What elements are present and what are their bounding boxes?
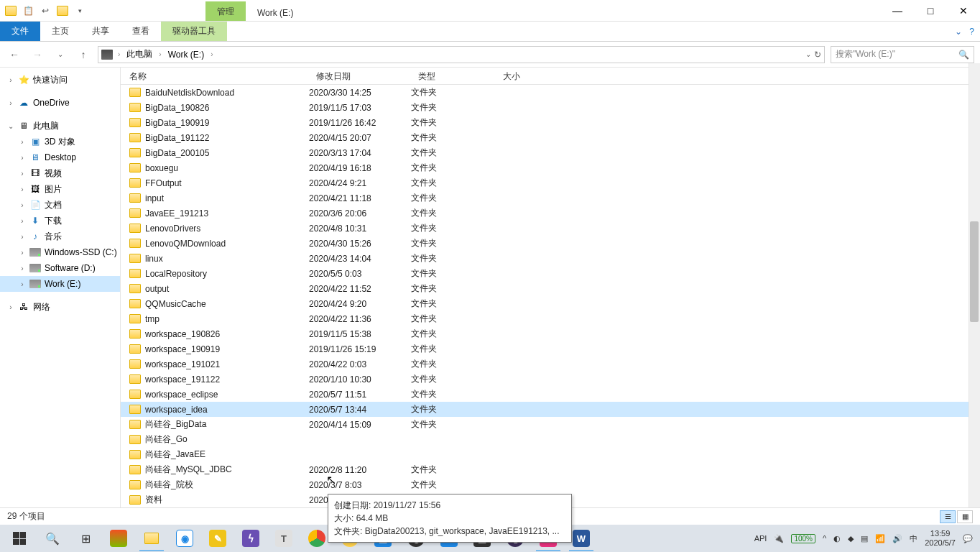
- taskbar-app[interactable]: [102, 525, 135, 552]
- tree-thispc[interactable]: 🖥此电脑: [0, 118, 120, 134]
- chevron-right-icon[interactable]: ›: [116, 50, 122, 58]
- tree-quick-access[interactable]: ⭐快速访问: [0, 72, 120, 88]
- tree-desktop[interactable]: 🖥Desktop: [0, 150, 120, 165]
- col-type[interactable]: 类型: [411, 68, 496, 84]
- table-row[interactable]: workspace_1911222020/1/10 10:30文件夹: [121, 372, 980, 387]
- table-row[interactable]: BigData_2001052020/3/13 17:04文件夹: [121, 145, 980, 160]
- tray-icon[interactable]: ▤: [861, 534, 868, 543]
- table-row[interactable]: BaiduNetdiskDownload2020/3/30 14:25文件夹: [121, 85, 980, 100]
- table-row[interactable]: workspace_1910212020/4/22 0:03文件夹: [121, 356, 980, 372]
- task-view-icon[interactable]: ⊞: [69, 525, 102, 552]
- table-row[interactable]: boxuegu2020/4/19 16:18文件夹: [121, 160, 980, 175]
- nav-tree[interactable]: ⭐快速访问 ☁OneDrive 🖥此电脑 ▣3D 对象 🖥Desktop 🎞视频…: [0, 68, 121, 507]
- table-row[interactable]: JavaEE_1912132020/3/6 20:06文件夹: [121, 206, 980, 221]
- tree-documents[interactable]: 📄文档: [0, 197, 120, 213]
- taskbar-app[interactable]: ϟ: [234, 525, 267, 552]
- recent-dropdown-icon[interactable]: ⌄: [52, 46, 69, 63]
- tray-clock[interactable]: 13:59 2020/5/7: [925, 529, 956, 548]
- qat-dropdown-icon[interactable]: ▾: [72, 3, 88, 19]
- tray-icon[interactable]: ◆: [848, 534, 854, 543]
- table-row[interactable]: BigData_1911222020/4/15 20:07文件夹: [121, 130, 980, 145]
- table-row[interactable]: LenovoDrivers2020/4/8 10:31文件夹: [121, 221, 980, 236]
- refresh-icon[interactable]: ↻: [814, 50, 821, 60]
- col-date[interactable]: 修改日期: [309, 68, 411, 84]
- tray-battery[interactable]: 100%: [791, 534, 815, 543]
- table-row[interactable]: output2020/4/22 11:52文件夹: [121, 281, 980, 296]
- table-row[interactable]: BigData_1908262019/11/5 17:03文件夹: [121, 100, 980, 115]
- tree-drive-c[interactable]: Windows-SSD (C:): [0, 244, 120, 260]
- table-row[interactable]: workspace_idea2020/5/7 13:44文件夹: [121, 402, 980, 417]
- table-row[interactable]: linux2020/4/23 14:04文件夹: [121, 251, 980, 266]
- tray-notifications-icon[interactable]: 💬: [963, 534, 973, 543]
- file-date: 2020/4/22 11:52: [309, 284, 411, 294]
- table-row[interactable]: tmp2020/4/22 11:36文件夹: [121, 311, 980, 326]
- tray-power-icon[interactable]: 🔌: [774, 534, 784, 543]
- tree-drive-e[interactable]: Work (E:): [0, 276, 120, 292]
- tab-home[interactable]: 主页: [40, 22, 80, 41]
- table-row[interactable]: workspace_eclipse2020/5/7 11:51文件夹: [121, 387, 980, 402]
- scrollbar[interactable]: [969, 63, 980, 507]
- search-icon[interactable]: 🔍: [36, 525, 69, 552]
- taskbar-app[interactable]: T: [267, 525, 300, 552]
- details-view-button[interactable]: ☰: [940, 510, 956, 523]
- up-button[interactable]: ↑: [75, 46, 92, 63]
- table-row[interactable]: 尚硅谷_院校2020/3/7 8:03文件夹: [121, 477, 980, 492]
- chevron-right-icon[interactable]: ›: [208, 50, 215, 58]
- table-row[interactable]: LenovoQMDownload2020/4/30 15:26文件夹: [121, 236, 980, 251]
- chevron-right-icon[interactable]: ›: [157, 50, 163, 58]
- ribbon-expand-icon[interactable]: ⌄: [955, 27, 962, 37]
- taskbar-explorer[interactable]: [135, 525, 168, 552]
- undo-icon[interactable]: ↩: [37, 3, 53, 19]
- tab-file[interactable]: 文件: [0, 22, 40, 41]
- tree-pictures[interactable]: 🖼图片: [0, 181, 120, 197]
- tab-share[interactable]: 共享: [80, 22, 121, 41]
- maximize-button[interactable]: □: [914, 0, 947, 21]
- properties-icon[interactable]: [3, 3, 19, 19]
- file-rows[interactable]: BaiduNetdiskDownload2020/3/30 14:25文件夹Bi…: [121, 85, 980, 507]
- tree-downloads[interactable]: ⬇下载: [0, 213, 120, 229]
- taskbar-app[interactable]: ◉: [168, 525, 201, 552]
- help-icon[interactable]: ?: [969, 27, 974, 37]
- address-bar[interactable]: › 此电脑 › Work (E:) › ⌄ ↻: [98, 46, 825, 63]
- minimize-button[interactable]: —: [881, 0, 914, 21]
- address-dropdown-icon[interactable]: ⌄: [805, 50, 811, 58]
- tree-3dobjects[interactable]: ▣3D 对象: [0, 134, 120, 150]
- tray-api-label[interactable]: API: [754, 534, 767, 543]
- table-row[interactable]: 尚硅谷_Go: [121, 432, 980, 447]
- tree-videos[interactable]: 🎞视频: [0, 165, 120, 181]
- table-row[interactable]: workspace_1909192019/11/26 15:19文件夹: [121, 341, 980, 356]
- table-row[interactable]: 尚硅谷_JavaEE: [121, 447, 980, 462]
- crumb-thispc[interactable]: 此电脑: [125, 48, 154, 60]
- tab-view[interactable]: 查看: [121, 22, 161, 41]
- table-row[interactable]: input2020/4/21 11:18文件夹: [121, 190, 980, 206]
- taskbar-app[interactable]: ✎: [201, 525, 234, 552]
- crumb-location[interactable]: Work (E:): [167, 50, 205, 60]
- tree-network[interactable]: 🖧网络: [0, 299, 120, 315]
- tray-wifi-icon[interactable]: 📶: [875, 534, 885, 543]
- table-row[interactable]: QQMusicCache2020/4/24 9:20文件夹: [121, 296, 980, 311]
- tree-music[interactable]: ♪音乐: [0, 229, 120, 244]
- table-row[interactable]: LocalRepository2020/5/5 0:03文件夹: [121, 266, 980, 281]
- tray-icon[interactable]: ◐: [833, 534, 841, 543]
- search-input[interactable]: 搜索"Work (E:)" 🔍: [831, 46, 974, 63]
- tree-onedrive[interactable]: ☁OneDrive: [0, 95, 120, 111]
- table-row[interactable]: workspace_1908262019/11/5 15:38文件夹: [121, 326, 980, 341]
- close-button[interactable]: ✕: [947, 0, 980, 21]
- paste-icon[interactable]: 📋: [20, 3, 36, 19]
- start-button[interactable]: [3, 525, 36, 552]
- forward-button[interactable]: →: [29, 46, 46, 63]
- table-row[interactable]: FFOutput2020/4/24 9:21文件夹: [121, 175, 980, 190]
- icons-view-button[interactable]: ▦: [957, 510, 973, 523]
- tray-ime[interactable]: 中: [910, 533, 917, 544]
- table-row[interactable]: BigData_1909192019/11/26 16:42文件夹: [121, 115, 980, 130]
- tray-icon[interactable]: ^: [823, 534, 826, 543]
- table-row[interactable]: 尚硅谷_BigData2020/4/14 15:09文件夹: [121, 417, 980, 432]
- col-size[interactable]: 大小: [496, 68, 553, 84]
- table-row[interactable]: 尚硅谷_MySQL_JDBC2020/2/8 11:20文件夹: [121, 462, 980, 477]
- tree-drive-d[interactable]: Software (D:): [0, 260, 120, 276]
- tray-volume-icon[interactable]: 🔊: [892, 534, 902, 543]
- back-button[interactable]: ←: [6, 46, 23, 63]
- col-name[interactable]: 名称: [121, 68, 309, 84]
- tab-drive-tools[interactable]: 驱动器工具: [161, 22, 227, 41]
- scrollbar-thumb[interactable]: [970, 221, 979, 322]
